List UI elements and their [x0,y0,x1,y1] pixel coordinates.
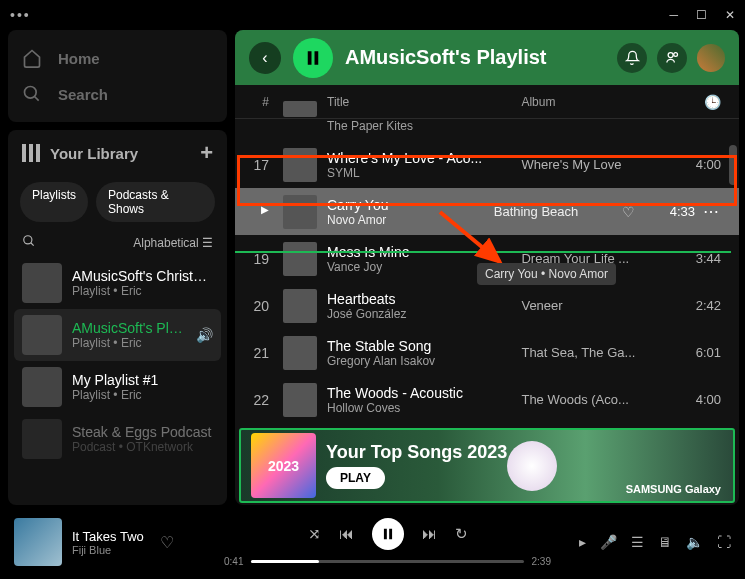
chip-podcasts[interactable]: Podcasts & Shows [96,182,215,222]
next-button[interactable]: ⏭ [422,525,437,542]
track-duration: 2:42 [671,298,721,313]
col-album: Album [521,95,671,109]
library-item[interactable]: AMusicSoft's Christmas... Playlist • Eri… [14,257,221,309]
ad-banner[interactable]: 2023 Your Top Songs 2023 PLAY SAMSUNG Ga… [239,428,735,503]
back-button[interactable]: ‹ [249,42,281,74]
svg-rect-4 [308,51,312,65]
time-total: 2:39 [532,556,551,567]
track-artist: Gregory Alan Isakov [327,354,521,368]
now-playing-view-button[interactable]: ▸ [579,534,586,550]
track-duration: 6:01 [671,345,721,360]
close-button[interactable]: ✕ [725,8,735,22]
previous-button[interactable]: ⏮ [339,525,354,542]
col-title: Title [327,95,521,109]
track-row-truncated[interactable]: The Paper Kites [235,119,739,141]
library-item-artwork [22,315,62,355]
library-search-button[interactable] [22,234,36,251]
library-item[interactable]: My Playlist #1 Playlist • Eric [14,361,221,413]
track-artwork [283,336,317,370]
progress-bar[interactable]: 0:41 2:39 [224,556,551,567]
queue-button[interactable]: ☰ [631,534,644,550]
library-item[interactable]: Steak & Eggs Podcast Podcast • OTKnetwor… [14,413,221,465]
shuffle-button[interactable]: ⤨ [308,525,321,543]
library-item-title: My Playlist #1 [72,372,213,388]
track-duration: 3:44 [671,251,721,266]
nav-home[interactable]: Home [22,40,213,76]
track-album: Where's My Love [521,157,671,172]
play-pause-button[interactable] [372,518,404,550]
window-titlebar: ••• ─ ☐ ✕ [0,0,745,30]
friends-button[interactable] [657,43,687,73]
playlist-title: AMusicSoft's Playlist [345,46,546,69]
like-button[interactable]: ♡ [160,533,174,552]
track-duration: 4:00 [671,157,721,172]
now-playing-artist[interactable]: Fiji Blue [72,544,144,556]
svg-line-3 [31,243,34,246]
tracks-list: 17 Where's My Love - Aco... SYML Where's… [235,141,739,470]
now-playing: It Takes Two Fiji Blue ♡ [14,518,224,566]
banner-artwork: 2023 [251,433,316,498]
track-row[interactable]: 17 Where's My Love - Aco... SYML Where's… [235,141,739,188]
track-row[interactable]: 21 The Stable Song Gregory Alan Isakov T… [235,329,739,376]
now-playing-title[interactable]: It Takes Two [72,529,144,544]
track-duration: 4:33 [645,204,695,219]
player-right-controls: ▸ 🎤 ☰ 🖥 🔈 ⛶ [551,534,731,550]
svg-rect-5 [315,51,319,65]
track-like-button[interactable]: ♡ [622,204,635,220]
player-controls: ⤨ ⏮ ⏭ ↻ 0:41 2:39 [224,518,551,567]
track-artist: SYML [327,166,521,180]
svg-point-0 [25,87,37,99]
svg-rect-11 [389,528,392,539]
main-pane: ‹ AMusicSoft's Playlist # Title Album 🕒 [235,30,739,505]
library-item[interactable]: AMusicSoft's Play... Playlist • Eric 🔊 [14,309,221,361]
fullscreen-button[interactable]: ⛶ [717,534,731,550]
library-item-subtitle: Podcast • OTKnetwork [72,440,213,454]
track-artwork [283,148,317,182]
library-item-title: Steak & Eggs Podcast [72,424,213,440]
playing-indicator-icon: 🔊 [196,327,213,343]
nav-search[interactable]: Search [22,76,213,112]
menu-dots-icon[interactable]: ••• [10,7,31,23]
notifications-button[interactable] [617,43,647,73]
banner-play-button[interactable]: PLAY [326,467,385,489]
track-album: That Sea, The Ga... [521,345,671,360]
nav-home-label: Home [58,50,100,67]
svg-line-9 [440,212,500,262]
library-icon[interactable] [22,144,40,162]
window-buttons: ─ ☐ ✕ [669,8,735,22]
col-number: # [253,95,283,109]
library-add-button[interactable]: + [200,140,213,166]
track-album: Veneer [521,298,671,313]
lyrics-button[interactable]: 🎤 [600,534,617,550]
devices-button[interactable]: 🖥 [658,534,672,550]
svg-point-2 [24,236,32,244]
svg-rect-10 [383,528,386,539]
chip-playlists[interactable]: Playlists [20,182,88,222]
play-playlist-button[interactable] [293,38,333,78]
library-sort-button[interactable]: Alphabetical ☰ [133,236,213,250]
track-more-button[interactable]: ⋯ [703,202,721,221]
svg-point-6 [668,53,673,58]
maximize-button[interactable]: ☐ [696,8,707,22]
track-row[interactable]: 22 The Woods - Acoustic Hollow Coves The… [235,376,739,423]
track-artwork [283,383,317,417]
repeat-button[interactable]: ↻ [455,525,468,543]
library-title: Your Library [50,145,138,162]
library-item-subtitle: Playlist • Eric [72,284,213,298]
clock-icon: 🕒 [704,94,721,110]
track-number: 22 [253,392,283,408]
library-item-title: AMusicSoft's Christmas... [72,268,213,284]
user-avatar[interactable] [697,44,725,72]
drag-tooltip: Carry You • Novo Amor [477,263,616,285]
library-list: AMusicSoft's Christmas... Playlist • Eri… [8,257,227,505]
player-bar: It Takes Two Fiji Blue ♡ ⤨ ⏮ ⏭ ↻ 0:41 2:… [0,505,745,579]
bell-icon [625,50,640,65]
track-number: 20 [253,298,283,314]
minimize-button[interactable]: ─ [669,8,678,22]
track-number: 18 [253,204,283,220]
track-row[interactable]: 20 Heartbeats José González Veneer 2:42 [235,282,739,329]
playlist-header: ‹ AMusicSoft's Playlist [235,30,739,85]
scrollbar[interactable] [729,145,737,185]
now-playing-artwork[interactable] [14,518,62,566]
volume-button[interactable]: 🔈 [686,534,703,550]
